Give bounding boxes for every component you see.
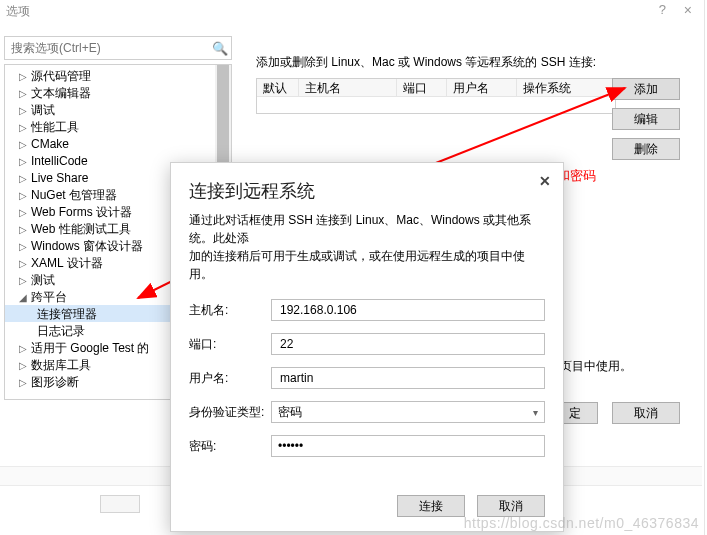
host-field[interactable] — [271, 299, 545, 321]
port-input[interactable] — [278, 336, 538, 352]
chevron-down-icon[interactable]: ▾ — [533, 407, 538, 418]
col-os[interactable]: 操作系统 — [517, 79, 615, 96]
label-user: 用户名: — [189, 370, 271, 387]
connections-table: 默认 主机名 端口 用户名 操作系统 — [256, 78, 616, 114]
search-input[interactable] — [5, 38, 209, 58]
label-port: 端口: — [189, 336, 271, 353]
right-buttons: 添加 编辑 删除 — [612, 78, 680, 160]
label-host: 主机名: — [189, 302, 271, 319]
user-field[interactable] — [271, 367, 545, 389]
truncated-text: 页目中使用。 — [560, 358, 632, 375]
tree-item[interactable]: ▷性能工具 — [5, 118, 231, 135]
bottom-tab[interactable] — [100, 495, 140, 513]
host-input[interactable] — [278, 302, 538, 318]
dialog-close-icon[interactable]: ✕ — [539, 173, 551, 189]
search-icon[interactable]: 🔍 — [209, 41, 231, 56]
connect-dialog: 连接到远程系统 ✕ 通过此对话框使用 SSH 连接到 Linux、Mac、Win… — [170, 162, 564, 532]
options-ok-cancel: 定 取消 — [552, 402, 680, 424]
dialog-cancel-button[interactable]: 取消 — [477, 495, 545, 517]
port-field[interactable] — [271, 333, 545, 355]
dialog-form: 主机名: 端口: 用户名: 身份验证类型: 密码▾ 密码: •••••• — [171, 289, 563, 467]
pass-field[interactable]: •••••• — [271, 435, 545, 457]
user-input[interactable] — [278, 370, 538, 386]
add-button[interactable]: 添加 — [612, 78, 680, 100]
help-icon[interactable]: ? — [659, 2, 666, 17]
col-user[interactable]: 用户名 — [447, 79, 517, 96]
connect-button[interactable]: 连接 — [397, 495, 465, 517]
edit-button[interactable]: 编辑 — [612, 108, 680, 130]
cancel-button[interactable]: 取消 — [612, 402, 680, 424]
close-icon[interactable]: × — [684, 2, 692, 18]
label-auth: 身份验证类型: — [189, 404, 271, 421]
titlebar: 选项 ? × — [0, 0, 702, 22]
tree-item[interactable]: ▷文本编辑器 — [5, 84, 231, 101]
window-title: 选项 — [6, 3, 30, 20]
tree-item[interactable]: ▷调试 — [5, 101, 231, 118]
col-host[interactable]: 主机名 — [299, 79, 397, 96]
right-border — [704, 0, 705, 535]
col-port[interactable]: 端口 — [397, 79, 447, 96]
col-default[interactable]: 默认 — [257, 79, 299, 96]
delete-button[interactable]: 删除 — [612, 138, 680, 160]
pass-input[interactable]: •••••• — [278, 439, 303, 453]
auth-select[interactable]: 密码▾ — [271, 401, 545, 423]
pane-description: 添加或删除到 Linux、Mac 或 Windows 等远程系统的 SSH 连接… — [256, 54, 596, 71]
search-input-wrap[interactable]: 🔍 — [4, 36, 232, 60]
dialog-description: 通过此对话框使用 SSH 连接到 Linux、Mac、Windows 或其他系统… — [171, 207, 563, 289]
dialog-buttons: 连接 取消 — [397, 495, 545, 517]
watermark: https://blog.csdn.net/m0_46376834 — [464, 515, 699, 531]
dialog-title: 连接到远程系统 ✕ — [171, 163, 563, 207]
tree-item[interactable]: ▷源代码管理 — [5, 67, 231, 84]
tree-item[interactable]: ▷CMake — [5, 135, 231, 152]
label-pass: 密码: — [189, 438, 271, 455]
